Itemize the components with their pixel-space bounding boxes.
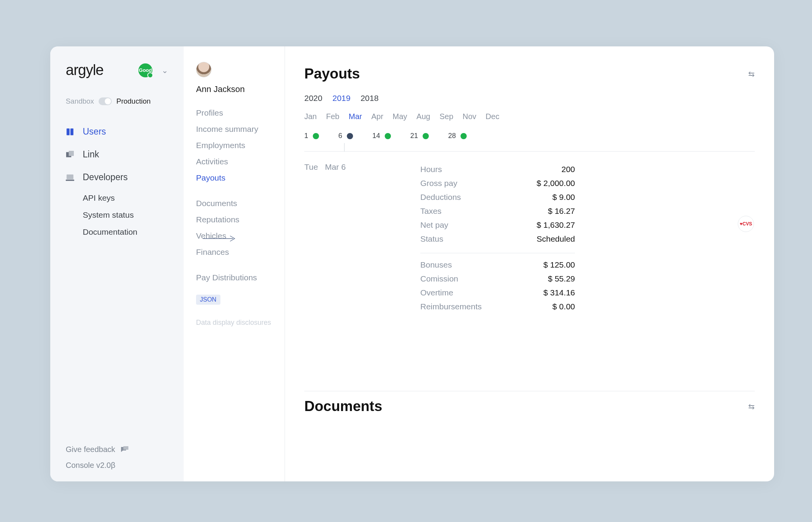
month-tab[interactable]: May: [392, 112, 407, 121]
kv-value: 200: [561, 165, 575, 174]
nav-item-users[interactable]: Users: [50, 121, 184, 142]
nav-developers-submenu: API keys System status Documentation: [50, 189, 184, 241]
day-number: 6: [338, 132, 342, 140]
sidebar: argyle Good ⌄ Sandbox Production Users L…: [50, 46, 184, 481]
kv-row: Deductions$ 9.00: [420, 190, 575, 204]
swap-icon[interactable]: ⇆: [748, 69, 755, 78]
user-data-nav-secondary: Documents Reputations Vehicles Finances: [196, 199, 273, 257]
source-logo-badge[interactable]: ♥CVS: [738, 216, 754, 232]
month-tabs: JanFebMarAprMayAugSepNovDec: [304, 112, 755, 121]
swap-icon[interactable]: ⇆: [748, 402, 755, 411]
kv-key: Taxes: [420, 206, 442, 216]
users-icon: [66, 128, 74, 136]
month-tab[interactable]: Mar: [349, 112, 362, 121]
payout-date: Tue Mar 6: [304, 162, 397, 314]
nav-item-link[interactable]: Link: [50, 144, 184, 165]
kv-value: $ 314.16: [543, 288, 575, 297]
day-marker[interactable]: 28: [448, 132, 467, 140]
give-feedback-link[interactable]: Give feedback: [66, 445, 168, 454]
chevron-down-icon[interactable]: ⌄: [162, 66, 168, 75]
day-marker[interactable]: 1: [304, 132, 319, 140]
user-data-nav-tertiary: Pay Distributions: [196, 273, 273, 282]
user-detail-sidebar: Ann Jackson Profiles Income summary Empl…: [184, 46, 285, 481]
kv-row: Taxes$ 16.27: [420, 204, 575, 218]
midnav-activities[interactable]: Activities: [196, 157, 273, 166]
status-badge[interactable]: Good: [138, 63, 152, 77]
kv-divider: [420, 253, 575, 253]
day-marker[interactable]: 14: [372, 132, 391, 140]
kv-row: Bonuses$ 125.00: [420, 258, 575, 272]
payout-detail: Tue Mar 6 Hours200Gross pay$ 2,000.00Ded…: [304, 162, 755, 314]
month-tab[interactable]: Dec: [486, 112, 500, 121]
midnav-finances[interactable]: Finances: [196, 247, 273, 257]
midnav-documents[interactable]: Documents: [196, 199, 273, 208]
json-badge[interactable]: JSON: [196, 295, 220, 305]
year-tab[interactable]: 2018: [360, 94, 379, 103]
nav-sub-system-status[interactable]: System status: [50, 206, 184, 223]
environment-toggle-row: Sandbox Production: [50, 97, 184, 106]
midnav-reputations[interactable]: Reputations: [196, 215, 273, 224]
midnav-employments[interactable]: Employments: [196, 141, 273, 150]
midnav-vehicles[interactable]: Vehicles: [196, 231, 273, 241]
kv-key: Reimbursements: [420, 302, 482, 311]
kv-row: StatusScheduled: [420, 232, 575, 246]
kv-key: Gross pay: [420, 179, 457, 188]
day-markers: 16142128: [304, 132, 755, 140]
kv-value: $ 16.27: [548, 206, 575, 216]
midnav-income-summary[interactable]: Income summary: [196, 125, 273, 134]
kv-value: $ 0.00: [553, 302, 575, 311]
data-display-disclosures-link[interactable]: Data display disclosures: [196, 319, 273, 327]
env-toggle[interactable]: [99, 97, 112, 105]
year-tab[interactable]: 2019: [333, 94, 351, 103]
kv-row: Net pay$ 1,630.27: [420, 218, 575, 232]
env-production-label: Production: [116, 97, 150, 106]
midnav-payouts[interactable]: Payouts: [196, 173, 273, 183]
nav-label: Developers: [83, 172, 128, 183]
primary-nav: Users Link Developers API keys System st…: [50, 121, 184, 241]
day-status-dot-icon: [385, 133, 391, 139]
midnav-pay-distributions[interactable]: Pay Distributions: [196, 273, 273, 282]
payout-dow: Tue: [304, 162, 318, 314]
kv-value: $ 9.00: [553, 193, 575, 202]
nav-sub-api-keys[interactable]: API keys: [50, 189, 184, 206]
year-tab[interactable]: 2020: [304, 94, 322, 103]
nav-sub-documentation[interactable]: Documentation: [50, 223, 184, 241]
month-tab[interactable]: Feb: [326, 112, 339, 121]
feedback-label: Give feedback: [66, 445, 115, 454]
avatar[interactable]: [196, 62, 212, 77]
sidebar-footer: Give feedback Console v2.0β: [50, 445, 184, 470]
user-name: Ann Jackson: [196, 84, 273, 94]
kv-value: $ 2,000.00: [537, 179, 575, 188]
kv-row: Gross pay$ 2,000.00: [420, 176, 575, 190]
kv-value: $ 1,630.27: [537, 220, 575, 230]
svg-rect-6: [123, 446, 128, 450]
kv-row: Comission$ 55.29: [420, 272, 575, 286]
month-tab[interactable]: Sep: [440, 112, 454, 121]
svg-rect-1: [70, 128, 73, 135]
payouts-header: Payouts ⇆: [304, 66, 755, 82]
user-data-nav-primary: Profiles Income summary Employments Acti…: [196, 108, 273, 183]
kv-key: Bonuses: [420, 260, 452, 270]
month-tab[interactable]: Apr: [371, 112, 383, 121]
nav-item-developers[interactable]: Developers: [50, 167, 184, 188]
documents-header: Documents ⇆: [304, 391, 755, 415]
documents-title: Documents: [304, 398, 382, 415]
app-window: argyle Good ⌄ Sandbox Production Users L…: [50, 46, 774, 481]
day-marker[interactable]: 21: [410, 132, 429, 140]
month-tab[interactable]: Aug: [416, 112, 430, 121]
midnav-profiles[interactable]: Profiles: [196, 108, 273, 118]
kv-row: Overtime$ 314.16: [420, 286, 575, 300]
month-tab[interactable]: Jan: [304, 112, 317, 121]
day-status-dot-icon: [347, 133, 353, 139]
month-tab[interactable]: Nov: [462, 112, 476, 121]
day-marker[interactable]: 6: [338, 132, 353, 140]
year-tabs: 202020192018: [304, 94, 755, 103]
day-number: 1: [304, 132, 308, 140]
app-logo: argyle: [66, 62, 104, 78]
day-number: 28: [448, 132, 456, 140]
kv-key: Comission: [420, 274, 458, 283]
payout-kv-column: Hours200Gross pay$ 2,000.00Deductions$ 9…: [420, 162, 575, 314]
env-sandbox-label: Sandbox: [66, 97, 94, 106]
nav-label: Link: [83, 149, 99, 160]
kv-key: Status: [420, 234, 444, 244]
